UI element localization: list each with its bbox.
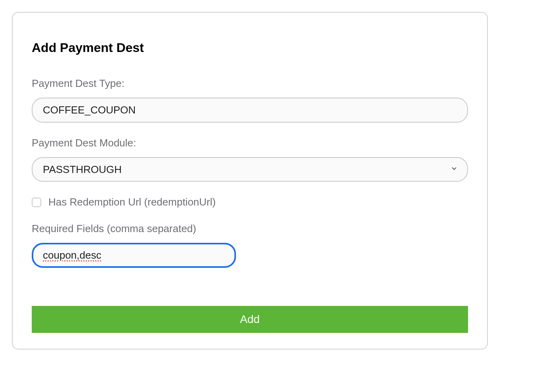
required-fields-group: Required Fields (comma separated) [32, 223, 468, 268]
dest-type-input[interactable] [32, 98, 468, 123]
dest-type-field-group: Payment Dest Type: [32, 77, 468, 123]
panel-title: Add Payment Dest [32, 40, 468, 55]
dest-module-select-wrap: PASSTHROUGH [32, 157, 468, 182]
add-button[interactable]: Add [32, 306, 468, 333]
dest-type-label: Payment Dest Type: [32, 77, 468, 90]
add-payment-dest-panel: Add Payment Dest Payment Dest Type: Paym… [12, 12, 488, 350]
redemption-url-label: Has Redemption Url (redemptionUrl) [48, 196, 216, 208]
dest-module-select[interactable]: PASSTHROUGH [32, 157, 468, 182]
dest-module-label: Payment Dest Module: [32, 137, 468, 149]
redemption-url-checkbox-row: Has Redemption Url (redemptionUrl) [32, 196, 468, 208]
redemption-url-checkbox[interactable] [32, 198, 41, 207]
required-fields-input[interactable] [32, 243, 236, 268]
required-fields-label: Required Fields (comma separated) [32, 223, 468, 235]
dest-module-field-group: Payment Dest Module: PASSTHROUGH [32, 137, 468, 182]
